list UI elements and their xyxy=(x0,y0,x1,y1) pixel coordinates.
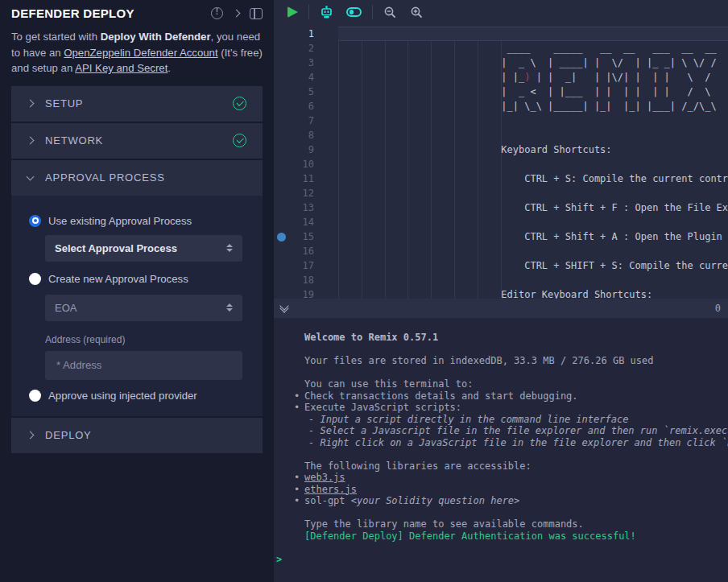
terminal-header: 0 xyxy=(274,299,728,318)
breakpoint-icon[interactable] xyxy=(277,233,286,241)
line-number[interactable]: 7 xyxy=(274,114,338,128)
radio-unselected-icon[interactable] xyxy=(29,273,41,285)
line-number[interactable]: 17 xyxy=(274,258,338,273)
editor-line[interactable]: 5 | _ < | |___ | | | | | | / \ xyxy=(274,85,728,99)
radio-create-new-approval[interactable]: Create new Approval Process xyxy=(11,273,263,285)
terminal-line: - Select a Javascript file in the file e… xyxy=(304,425,728,437)
check-circle-icon xyxy=(233,134,246,147)
terminal-line xyxy=(304,542,728,554)
terminal-line: > xyxy=(276,554,728,566)
terminal-line: Your files are stored in indexedDB, 33.3… xyxy=(304,355,728,367)
editor-line[interactable]: 1 xyxy=(274,27,728,41)
terminal-link[interactable]: web3.js xyxy=(304,472,728,484)
toggle-on-icon xyxy=(346,7,362,17)
line-number[interactable]: 3 xyxy=(274,56,338,70)
description-link[interactable]: OpenZeppelin Defender Account xyxy=(64,47,217,59)
terminal-line: The following libraries are accessible: xyxy=(304,460,728,473)
editor-line[interactable]: 18 xyxy=(274,273,728,287)
terminal-line: You can use this terminal to: xyxy=(304,378,728,390)
terminal[interactable]: Welcome to Remix 0.57.1 Your files are s… xyxy=(274,318,728,582)
terminal-line: Execute JavaScript scripts: xyxy=(304,402,728,414)
editor-line[interactable]: 15 CTRL + Shift + A : Open the Plugin Ma… xyxy=(274,229,728,244)
select-arrows-icon xyxy=(226,244,233,253)
run-script-button[interactable] xyxy=(281,0,304,24)
split-view-icon[interactable] xyxy=(250,8,263,19)
section-approval-process[interactable]: APPROVAL PROCESS xyxy=(11,160,263,196)
editor-line[interactable]: 16 xyxy=(274,244,728,258)
editor-toolbar xyxy=(274,0,728,24)
zoom-in-button[interactable] xyxy=(403,0,430,24)
line-number[interactable]: 16 xyxy=(274,244,338,258)
editor-line[interactable]: 6 |_| \_\ |_____| |_| |_| |___| /_/\_\ xyxy=(274,99,728,114)
chevron-right-icon xyxy=(27,431,35,440)
zoom-out-icon xyxy=(383,6,397,19)
editor-line[interactable]: 9 Keyboard Shortcuts: xyxy=(274,142,728,157)
collapse-terminal-icon[interactable] xyxy=(281,305,287,312)
accordion-sections: SETUP NETWORK APPROVAL PROCESS Use exist… xyxy=(0,86,274,453)
line-number[interactable]: 14 xyxy=(274,215,338,229)
zoom-out-button[interactable] xyxy=(377,0,403,24)
issues-icon[interactable] xyxy=(211,7,223,19)
robot-icon xyxy=(320,6,333,19)
radio-approve-injected-provider[interactable]: Approve using injected provider xyxy=(11,390,263,402)
line-number[interactable]: 6 xyxy=(274,99,338,114)
line-number[interactable]: 13 xyxy=(274,200,338,215)
description-link[interactable]: API Key and Secret xyxy=(75,62,168,74)
transactions-count-badge: 0 xyxy=(715,303,721,314)
terminal-line xyxy=(304,344,728,356)
play-icon xyxy=(287,6,298,18)
chevron-down-icon xyxy=(27,172,35,180)
editor-line[interactable]: 8 xyxy=(274,128,728,142)
section-setup[interactable]: SETUP xyxy=(11,86,263,122)
approval-type-select[interactable]: EOA xyxy=(45,295,242,321)
line-number[interactable]: 12 xyxy=(274,186,338,200)
line-number[interactable]: 19 xyxy=(274,287,338,299)
ai-assistant-button[interactable] xyxy=(313,0,340,24)
editor-line[interactable]: 14 xyxy=(274,215,728,229)
editor-line[interactable]: 11 CTRL + S: Compile the current contrac… xyxy=(274,171,728,186)
panel-description: To get started with Deploy With Defender… xyxy=(11,29,263,76)
line-number[interactable]: 1 xyxy=(274,27,338,41)
terminal-line: - Input a script directly in the command… xyxy=(304,414,728,426)
line-number[interactable]: 2 xyxy=(274,41,338,56)
editor-line[interactable]: 7 xyxy=(274,114,728,128)
radio-selected-icon[interactable] xyxy=(29,215,41,227)
terminal-line: Check transactions details and start deb… xyxy=(304,390,728,402)
panel-header: DEFENDER DEPLOY xyxy=(0,0,274,20)
approval-process-body: Use existing Approval Process Select App… xyxy=(11,196,263,416)
section-network-label: NETWORK xyxy=(45,134,103,147)
line-number[interactable]: 4 xyxy=(274,70,338,85)
line-number[interactable]: 11 xyxy=(274,171,338,186)
code-editor[interactable]: 12 ____ _____ __ __ ___ __ __3 | _ \ | _… xyxy=(274,24,728,299)
editor-line[interactable]: 13 CTRL + Shift + F : Open the File Expl… xyxy=(274,200,728,215)
line-number[interactable]: 8 xyxy=(274,128,338,142)
line-number[interactable]: 5 xyxy=(274,85,338,99)
approval-process-select[interactable]: Select Approval Process xyxy=(45,235,242,262)
terminal-lines: Welcome to Remix 0.57.1 Your files are s… xyxy=(304,332,728,565)
chevron-right-icon xyxy=(27,137,35,145)
expand-panel-icon[interactable] xyxy=(233,10,241,18)
terminal-line xyxy=(304,367,728,379)
editor-line[interactable]: 19 Editor Keyboard Shortcuts: xyxy=(274,287,728,299)
line-number[interactable]: 15 xyxy=(274,229,338,244)
editor-line[interactable]: 17 CTRL + SHIFT + S: Compile the current… xyxy=(274,258,728,273)
terminal-line xyxy=(304,448,728,460)
editor-line[interactable]: 2 ____ _____ __ __ ___ __ __ xyxy=(274,41,728,56)
select-arrows-icon xyxy=(226,303,233,312)
address-input[interactable] xyxy=(45,351,242,380)
check-circle-icon xyxy=(233,97,246,110)
section-network[interactable]: NETWORK xyxy=(11,123,263,159)
editor-line[interactable]: 12 xyxy=(274,186,728,200)
ai-toggle-button[interactable] xyxy=(340,0,368,24)
editor-line[interactable]: 3 | _ \ | ____| | \/ | |_ _| \ \/ / xyxy=(274,56,728,70)
zoom-in-icon xyxy=(410,6,424,19)
terminal-link[interactable]: ethers.js xyxy=(304,484,728,496)
editor-line[interactable]: 10 xyxy=(274,157,728,171)
line-number[interactable]: 18 xyxy=(274,273,338,287)
line-number[interactable]: 10 xyxy=(274,157,338,171)
radio-use-existing-approval[interactable]: Use existing Approval Process xyxy=(11,215,263,227)
section-deploy[interactable]: DEPLOY xyxy=(11,418,263,453)
line-number[interactable]: 9 xyxy=(274,142,338,157)
editor-line[interactable]: 4 | |_) | | _| | |\/| | | | \ / xyxy=(274,70,728,85)
radio-unselected-icon[interactable] xyxy=(29,390,41,402)
